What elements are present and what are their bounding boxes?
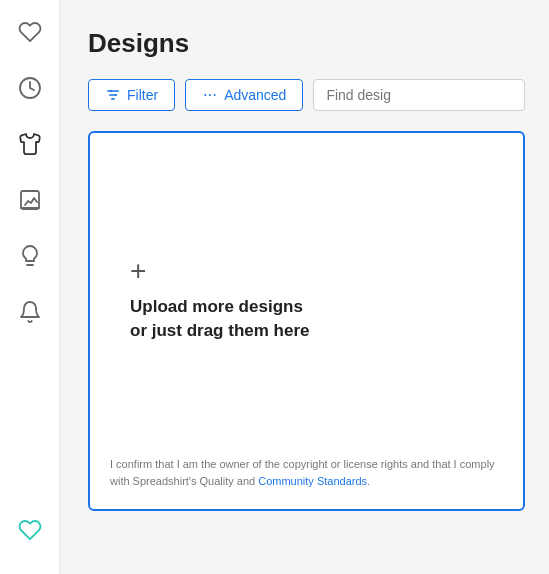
- upload-footer: I confirm that I am the owner of the cop…: [110, 456, 503, 489]
- shirt-icon[interactable]: [14, 128, 46, 160]
- footer-text2: .: [367, 475, 370, 487]
- sidebar-top: [14, 16, 46, 514]
- svg-point-11: [209, 94, 211, 96]
- sidebar: [0, 0, 60, 574]
- lightbulb-icon[interactable]: [14, 240, 46, 272]
- advanced-label: Advanced: [224, 87, 286, 103]
- svg-point-8: [110, 90, 112, 92]
- main-content: Designs Filter Advanced +: [60, 0, 549, 574]
- upload-card[interactable]: + Upload more designs or just drag them …: [88, 131, 525, 511]
- chart-icon[interactable]: [14, 184, 46, 216]
- filter-icon: [105, 87, 121, 103]
- svg-point-10: [204, 94, 206, 96]
- community-standards-link[interactable]: Community Standards: [258, 475, 367, 487]
- toolbar: Filter Advanced: [88, 79, 525, 111]
- bell-icon[interactable]: [14, 296, 46, 328]
- advanced-button[interactable]: Advanced: [185, 79, 303, 111]
- svg-point-9: [115, 94, 117, 96]
- upload-title-line2: or just drag them here: [130, 321, 309, 340]
- sidebar-bottom: [14, 514, 46, 558]
- heart-icon[interactable]: [14, 16, 46, 48]
- upload-title: Upload more designs or just drag them he…: [130, 295, 309, 343]
- upload-plus-icon: +: [130, 257, 146, 285]
- upload-area: + Upload more designs or just drag them …: [110, 153, 503, 426]
- filter-label: Filter: [127, 87, 158, 103]
- clock-icon[interactable]: [14, 72, 46, 104]
- filter-button[interactable]: Filter: [88, 79, 175, 111]
- page-title: Designs: [88, 28, 525, 59]
- upload-title-line1: Upload more designs: [130, 297, 303, 316]
- svg-point-12: [214, 94, 216, 96]
- advanced-icon: [202, 87, 218, 103]
- search-input[interactable]: [313, 79, 525, 111]
- heart-outline-icon[interactable]: [14, 514, 46, 546]
